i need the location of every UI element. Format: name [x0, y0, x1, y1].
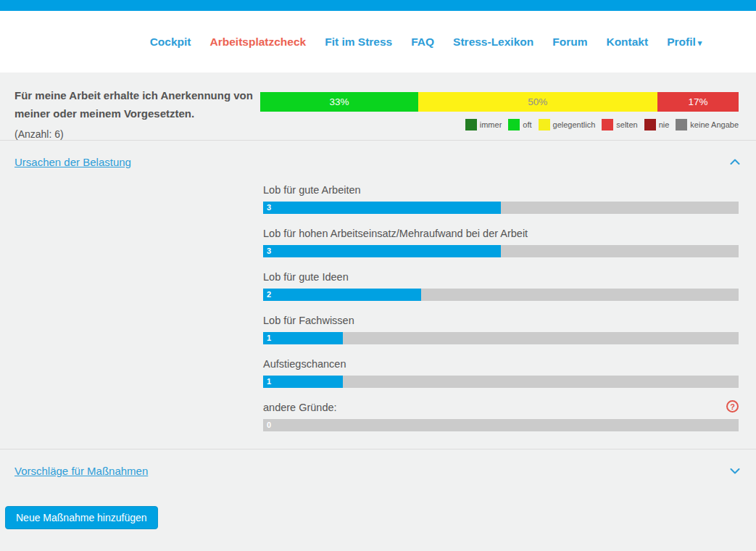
bar-label: Lob für gute Ideen: [263, 270, 349, 284]
nav-item-stress-lexikon[interactable]: Stress-Lexikon: [453, 36, 533, 49]
bar-value: 3: [267, 245, 271, 257]
stacked-bar: 33% 50% 17%: [260, 92, 739, 112]
causes-bar-chart: Lob für gute Arbeiten 3 Lob für hohen Ar…: [263, 183, 739, 449]
question-text-line2: meiner oder meinem Vorgesetzten.: [14, 104, 260, 123]
bar-item: Aufstiegschancen 1: [263, 357, 739, 388]
legend-swatch: [602, 119, 613, 130]
stacked-segment-red: 17%: [657, 92, 739, 112]
nav-item-cockpit[interactable]: Cockpit: [150, 36, 191, 49]
new-measure-button[interactable]: Neue Maßnahme hinzufügen: [5, 506, 158, 529]
legend-label: nie: [659, 120, 670, 129]
distribution-chart: 33% 50% 17% immer oft gelegentlich: [260, 86, 739, 140]
bar-label: Lob für gute Arbeiten: [263, 183, 361, 197]
legend-label: gelegentlich: [553, 120, 596, 129]
bar-fill: [263, 245, 501, 257]
legend-swatch: [539, 119, 550, 130]
nav-item-profil[interactable]: Profil▾: [667, 36, 702, 49]
stacked-segment-yellow: 50%: [418, 92, 657, 112]
nav-item-faq[interactable]: FAQ: [411, 36, 434, 49]
bar-value: 0: [267, 419, 271, 431]
legend-item-nie: nie: [644, 119, 670, 130]
nav-item-fit-im-stress[interactable]: Fit im Stress: [325, 36, 392, 49]
chevron-down-icon[interactable]: [730, 468, 740, 474]
chart-legend: immer oft gelegentlich selten nie: [260, 119, 739, 130]
chevron-up-icon[interactable]: [730, 159, 740, 165]
nav-item-kontakt[interactable]: Kontakt: [606, 36, 648, 49]
bar-label: Lob für Fachwissen: [263, 314, 354, 328]
legend-swatch: [465, 119, 477, 130]
nav-item-profil-label: Profil: [667, 36, 696, 48]
nav-item-forum[interactable]: Forum: [552, 36, 587, 49]
bar-item-andere-gruende: andere Gründe: ? 0: [263, 401, 739, 431]
nav-item-arbeitsplatzcheck[interactable]: Arbeitsplatzcheck: [210, 36, 307, 49]
legend-item-immer: immer: [465, 119, 502, 130]
legend-label: keine Angabe: [690, 120, 739, 129]
bar-track: 2: [263, 289, 739, 301]
causes-section-link[interactable]: Ursachen der Belastung: [14, 156, 131, 168]
legend-label: oft: [523, 120, 531, 129]
bar-value: 1: [267, 376, 271, 388]
legend-swatch: [644, 119, 656, 130]
section-causes-header: Ursachen der Belastung: [0, 141, 756, 183]
bar-item: Lob für hohen Arbeitseinsatz/Mehraufwand…: [263, 227, 739, 257]
bar-track: 0: [263, 419, 739, 431]
question-block: Für meine Arbeit erhalte ich Anerkennung…: [14, 86, 260, 140]
bar-label: Aufstiegschancen: [263, 357, 346, 371]
legend-item-gelegentlich: gelegentlich: [539, 119, 596, 130]
stacked-segment-green: 33%: [260, 92, 418, 112]
bar-value: 3: [267, 202, 271, 214]
answer-count: (Anzahl: 6): [14, 128, 260, 140]
question-text-line1: Für meine Arbeit erhalte ich Anerkennung…: [14, 86, 260, 104]
help-icon[interactable]: ?: [726, 400, 739, 413]
bar-item: Lob für Fachwissen 1: [263, 314, 739, 344]
bar-label: andere Gründe:: [263, 401, 337, 415]
question-section: Für meine Arbeit erhalte ich Anerkennung…: [0, 72, 756, 140]
bar-value: 2: [267, 289, 271, 301]
top-accent-bar: [0, 0, 756, 11]
bar-track: 1: [263, 332, 739, 344]
legend-item-selten: selten: [602, 119, 637, 130]
bar-fill: [263, 289, 421, 301]
bar-label: Lob für hohen Arbeitseinsatz/Mehraufwand…: [263, 227, 528, 241]
legend-label: immer: [480, 120, 502, 129]
legend-swatch: [508, 119, 520, 130]
bar-track: 3: [263, 202, 739, 214]
bar-track: 3: [263, 245, 739, 257]
bar-value: 1: [267, 332, 271, 344]
bar-fill: [263, 376, 343, 388]
bar-item: Lob für gute Arbeiten 3: [263, 183, 739, 214]
bar-item: Lob für gute Ideen 2: [263, 270, 739, 301]
section-measures-header: Vorschläge für Maßnahmen: [0, 450, 756, 492]
bar-fill: [263, 332, 343, 344]
bar-track: 1: [263, 376, 739, 388]
legend-item-oft: oft: [508, 119, 531, 130]
caret-down-icon: ▾: [698, 38, 702, 47]
main-nav: Cockpit Arbeitsplatzcheck Fit im Stress …: [0, 11, 756, 72]
legend-swatch: [676, 119, 687, 130]
content: Für meine Arbeit erhalte ich Anerkennung…: [0, 72, 756, 529]
legend-label: selten: [616, 120, 637, 129]
measures-section-link[interactable]: Vorschläge für Maßnahmen: [14, 465, 148, 477]
bar-fill: [263, 202, 501, 214]
legend-item-keine-angabe: keine Angabe: [676, 119, 739, 130]
